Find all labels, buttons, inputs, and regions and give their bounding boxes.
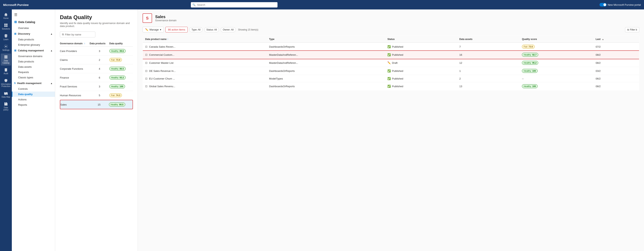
q-score: 100 [532, 85, 536, 88]
governance-row-finance[interactable]: Finance 6 Healthy 93.2 [60, 73, 133, 82]
col-domain-header: Governance domain ↑ [60, 42, 90, 45]
nav-item-reports[interactable]: Reports [12, 102, 55, 108]
quality-label: Fair [111, 94, 115, 96]
sidebar-audit-label: Audit [4, 72, 8, 74]
toggle-label: New Microsoft Purview portal [608, 3, 641, 6]
nav-item-enterprise-glossary[interactable]: Enterprise glossary [12, 42, 55, 48]
sidebar-learn-label: Learn [3, 38, 8, 40]
portal-toggle[interactable]: New Microsoft Purview portal [600, 3, 641, 6]
dp-row-canada-sales[interactable]: ⊡ Canada Sales Reven... DashboardsOrRepo… [143, 43, 639, 51]
toggle-track [600, 3, 606, 6]
nav-item-requests[interactable]: Requests [12, 70, 55, 75]
nav-item-data-products-mgmt[interactable]: Data products [12, 59, 55, 64]
dp-assets-cell: 2 [457, 75, 520, 82]
catalog-icon: ⊞ [14, 20, 17, 24]
product-icon: ⊡ [145, 85, 148, 88]
sidebar-item-data-policy[interactable]: Data policy [1, 100, 11, 112]
status-icon: ✅ [388, 53, 391, 56]
dp-row-global-sales-revenue[interactable]: ⊡ Global Sales Revenu... DashboardsOrRep… [143, 82, 639, 90]
dp-row-customer-master-list[interactable]: ⊡ Customer Master List MasterDataAndRefe… [143, 59, 639, 67]
manage-button[interactable]: ✏️ Manage ▾ [142, 27, 164, 32]
quality-none: -- [522, 77, 524, 80]
type-filter-chip[interactable]: Type: All [189, 27, 202, 32]
nav-group-discovery[interactable]: ⊞ Discovery ▲ [12, 31, 55, 37]
governance-row-sales[interactable]: Sales 15 Healthy 90.5 [60, 100, 133, 109]
nav-section-data-catalog[interactable]: ⊞ Data Catalog [12, 18, 55, 26]
dp-type-cell: MasterDataAndReferen... [267, 59, 385, 67]
catalog-mgmt-icon: ⊞ [14, 49, 16, 52]
health-mgmt-label: Health management [17, 82, 42, 85]
brand-logo: Microsoft Purview [3, 3, 28, 6]
product-name: DE Sales Revenue In... [149, 70, 176, 72]
quality-score: 74.3 [116, 94, 120, 96]
governance-row-fraud-services[interactable]: Fraud Services 3 Healthy 100 [60, 82, 133, 91]
products-cell: 6 [90, 76, 109, 79]
nav-group-health-management[interactable]: ⚕ Health management ▲ [12, 80, 55, 86]
sidebar-item-audit[interactable]: Audit [1, 66, 11, 76]
sidebar-item-solutions[interactable]: Solutions [1, 22, 11, 32]
filter-by-name-input[interactable]: ⧉ Filter by name [60, 32, 95, 38]
col-data-assets-header: Data assets [457, 36, 520, 43]
sidebar-item-info-protection[interactable]: Information Protection [1, 77, 11, 89]
dp-assets-cell: 7 [457, 43, 520, 51]
col-product-name-header: Data product name ↑ [143, 36, 267, 43]
products-cell: 2 [90, 58, 109, 62]
dp-name-cell: ⊡ EU Customer Churn ... [143, 75, 267, 82]
sidebar-item-data-catalog[interactable]: Data Catalog [1, 54, 11, 66]
gov-table-header: Governance domain ↑ Data products Data q… [60, 40, 133, 47]
nav-item-classic-types[interactable]: Classic types [12, 75, 55, 80]
dp-assets-cell: 16 [457, 51, 520, 59]
dp-last-cell: 07/2 [594, 43, 639, 51]
dp-row-commercial-custom[interactable]: ⊡ Commercial Custom... MasterDataAndRefe… [143, 51, 639, 59]
dp-type-cell: DashboardsOrReports [267, 67, 385, 75]
status-text: Published [392, 77, 403, 80]
status-text: Published [392, 85, 403, 88]
status-icon: ✅ [388, 69, 391, 72]
governance-row-claims[interactable]: Claims 2 Fair 73.9 [60, 56, 133, 64]
owner-filter-chip[interactable]: Owner: All [220, 27, 236, 32]
quality-badge-cell: Healthy 89.6 [109, 49, 133, 53]
last-sort-icon: ▲ [602, 38, 604, 40]
col-last-header: Last ▲ [594, 36, 639, 43]
q-score: 92.7 [532, 54, 536, 56]
governance-row-care-providers[interactable]: Care Providers 3 Healthy 89.6 [60, 47, 133, 56]
quality-label: Healthy [111, 76, 118, 79]
dp-row-de-sales-revenue[interactable]: ⊡ DE Sales Revenue In... DashboardsOrRep… [143, 67, 639, 75]
dp-row-eu-customer-churn[interactable]: ⊡ EU Customer Churn ... ModelTypes ✅ Pub… [143, 75, 639, 82]
status-filter-chip[interactable]: Status: All [204, 27, 219, 32]
toggle-thumb [604, 3, 606, 6]
domain-info: Sales Governance domain [155, 14, 176, 22]
nav-item-overview[interactable]: Overview [12, 26, 55, 31]
governance-row-human-resources[interactable]: Human Resources 5 Fair 74.3 [60, 91, 133, 100]
governance-domains-label: Governance domains [18, 55, 42, 58]
nav-group-catalog-management[interactable]: ⊞ Catalog management ▲ [12, 48, 55, 54]
top-navigation: Microsoft Purview 🔍 New Microsoft Purvie… [0, 0, 644, 10]
domain-name-cell: Finance [60, 76, 90, 79]
search-input[interactable] [191, 2, 278, 8]
q-label: Healthy [524, 62, 531, 64]
data-quality-label: Data quality [18, 93, 33, 96]
status-text: Draft [392, 62, 398, 64]
product-icon: ⊡ [145, 69, 148, 72]
action-items-button[interactable]: 86 action items [166, 27, 188, 32]
col-type-header: Type [267, 36, 385, 43]
products-cell: 5 [90, 94, 109, 97]
q-label: Healthy [524, 54, 531, 56]
sidebar-solutions-label: Solutions [2, 28, 10, 30]
hamburger-icon[interactable]: ☰ [12, 11, 55, 18]
sidebar-item-settings[interactable]: Settings [1, 43, 11, 53]
product-name: EU Customer Churn ... [149, 77, 175, 80]
filter-right-button[interactable]: ⧉ Filter b [625, 27, 639, 32]
governance-row-corporate-functions[interactable]: Corporate Functions 4 Healthy 86.5 [60, 64, 133, 73]
domain-header: S Sales Governance domain [142, 14, 639, 23]
nav-item-data-products[interactable]: Data products [12, 37, 55, 42]
nav-item-data-assets[interactable]: Data assets [12, 64, 55, 70]
quality-badge-cell: Healthy 90.5 [109, 102, 132, 106]
nav-item-governance-domains[interactable]: Governance domains [12, 54, 55, 59]
nav-item-data-quality[interactable]: Data quality [12, 92, 55, 97]
sidebar-item-home[interactable]: Home [1, 11, 11, 21]
sidebar-item-learn[interactable]: Learn [1, 32, 11, 42]
sidebar-item-data-map[interactable]: Data Map [1, 90, 11, 100]
nav-item-controls[interactable]: Controls [12, 86, 55, 92]
nav-item-actions[interactable]: Actions [12, 97, 55, 102]
